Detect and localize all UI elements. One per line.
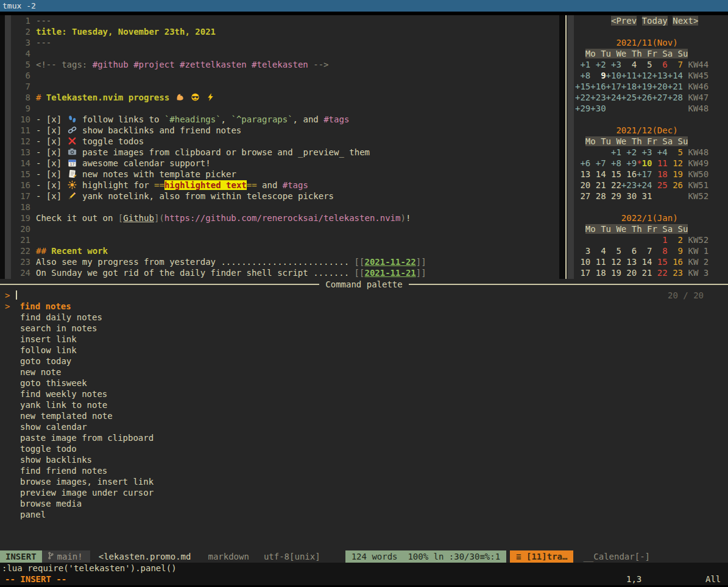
palette-item[interactable]: new note bbox=[5, 367, 154, 378]
editor-line[interactable]: 7 bbox=[11, 81, 426, 92]
palette-selected-item[interactable]: >find notes bbox=[5, 301, 154, 312]
editor-line[interactable]: 13- [x] paste images from clipboard or b… bbox=[11, 147, 426, 158]
calendar-days[interactable]: 23 bbox=[668, 268, 683, 278]
palette-item[interactable]: insert link bbox=[5, 334, 154, 345]
week-number: KW49 bbox=[683, 158, 709, 168]
editor-window[interactable]: 1---2title: Tuesday, November 23th, 2021… bbox=[11, 15, 426, 278]
palette-item[interactable]: goto thisweek bbox=[5, 378, 154, 388]
command-line-text: :lua require('telekasten').panel() bbox=[2, 563, 177, 573]
calendar-days[interactable]: 22 bbox=[652, 268, 667, 278]
calendar-window[interactable]: <Prev Today Next> 2021/11(Nov) Mo Tu We … bbox=[575, 15, 709, 278]
calendar-days[interactable]: 6 bbox=[652, 60, 667, 69]
calendar-days[interactable]: +10+11+12+13+14 bbox=[606, 71, 683, 80]
calendar-days[interactable]: 10 bbox=[642, 158, 652, 168]
line-number: 15 bbox=[11, 169, 30, 180]
editor-line[interactable]: 17- [x] yank notelink, also from within … bbox=[11, 191, 426, 202]
buffer-tab[interactable]: ≡ [11]tra… bbox=[510, 550, 573, 563]
calendar-days[interactable]: +15+16+17+18+19+20+21 bbox=[575, 82, 683, 91]
editor-line[interactable]: 10- [x] follow links to `#headings`, `^p… bbox=[11, 114, 426, 125]
calendar-days[interactable]: 2 bbox=[668, 235, 683, 245]
editor-line[interactable]: 11- [x] show backlinks and friend notes bbox=[11, 125, 426, 136]
calendar-days[interactable]: 16 bbox=[668, 257, 683, 267]
editor-line[interactable]: 23Also see my progress from yesterday ..… bbox=[11, 256, 426, 267]
line-number: 4 bbox=[11, 48, 30, 59]
palette-prompt-row[interactable]: > bbox=[5, 290, 154, 301]
editor-line[interactable]: 24On Sunday we got rid of the daily find… bbox=[11, 267, 426, 278]
calendar-days[interactable]: 9 bbox=[590, 71, 606, 80]
calendar-days[interactable]: 5 bbox=[668, 147, 683, 157]
editor-line[interactable]: 21 bbox=[11, 234, 426, 245]
editor-line[interactable]: 8# Telekasten.nvim progress bbox=[11, 92, 426, 103]
window-separator[interactable] bbox=[565, 15, 567, 279]
editor-line[interactable]: 5<!-- tags: #github #project #zettelkast… bbox=[11, 59, 426, 70]
palette-item[interactable]: goto today bbox=[5, 356, 154, 367]
palette-item[interactable]: show backlinks bbox=[5, 454, 154, 465]
calendar-days[interactable]: +17 bbox=[637, 169, 652, 179]
calendar-days[interactable]: 25 bbox=[652, 180, 667, 190]
editor-line[interactable]: 20 bbox=[11, 223, 426, 234]
editor-line[interactable]: 19Check it out on [Github](https://githu… bbox=[11, 213, 426, 223]
editor-line[interactable]: 22## Recent work bbox=[11, 245, 426, 256]
palette-item[interactable]: show calendar bbox=[5, 421, 154, 432]
editor-line[interactable]: 9 bbox=[11, 103, 426, 114]
date-wikilink[interactable]: 2021-11-21 bbox=[364, 268, 415, 278]
editor-line[interactable]: 14- [x] 17 awesome calendar support! bbox=[11, 158, 426, 169]
editor-line[interactable]: 18 bbox=[11, 202, 426, 213]
calendar-prev-button[interactable]: <Prev bbox=[611, 16, 637, 26]
terminal-screen: { "tmux_bar": {"title": "tmux -2"}, "col… bbox=[0, 0, 728, 587]
editor-line[interactable]: 4 bbox=[11, 48, 426, 59]
line-number: 21 bbox=[11, 234, 30, 245]
editor-line[interactable]: 3--- bbox=[11, 37, 426, 48]
palette-item[interactable]: find friend notes bbox=[5, 465, 154, 476]
editor-line[interactable]: 15- [x] new notes with template picker bbox=[11, 169, 426, 180]
calendar-days[interactable]: +22+23+24+25+26+27+28 bbox=[575, 93, 683, 102]
editor-line[interactable]: 2title: Tuesday, November 23th, 2021 bbox=[11, 26, 426, 37]
calendar-days[interactable]: 19 bbox=[668, 169, 683, 179]
calendar-days[interactable]: 11 bbox=[652, 158, 667, 168]
editor-line[interactable]: 16- [x] highlight for ==highlighted text… bbox=[11, 180, 426, 191]
calendar-days[interactable]: 10 11 12 13 14 bbox=[575, 257, 652, 267]
editor-line[interactable]: 1--- bbox=[11, 15, 426, 26]
editor-line[interactable]: 6 bbox=[11, 70, 426, 81]
calendar-days[interactable]: 3 4 5 6 7 bbox=[575, 246, 652, 256]
palette-item[interactable]: yank link to note bbox=[5, 399, 154, 410]
palette-item[interactable]: preview image under cursor bbox=[5, 487, 154, 498]
palette-item[interactable]: find weekly notes bbox=[5, 388, 154, 399]
calendar-days[interactable]: 15 bbox=[652, 257, 667, 267]
syntax-punct: ]] bbox=[416, 257, 426, 267]
calendar-days[interactable]: 7 bbox=[668, 60, 683, 69]
calendar-days[interactable]: +23+24 bbox=[621, 180, 652, 190]
palette-item[interactable]: find daily notes bbox=[5, 312, 154, 323]
calendar-days[interactable]: +8 bbox=[575, 71, 590, 80]
calendar-next-button[interactable]: Next> bbox=[673, 16, 698, 26]
calendar-days[interactable]: 20 21 22 bbox=[575, 180, 621, 190]
palette-item[interactable]: browse media bbox=[5, 498, 154, 509]
palette-item[interactable]: toggle todo bbox=[5, 443, 154, 454]
calendar-days[interactable]: 27 28 29 30 31 bbox=[575, 191, 652, 201]
calendar-days[interactable]: 8 bbox=[652, 246, 667, 256]
calendar-today-button[interactable]: Today bbox=[642, 16, 668, 26]
calendar-days[interactable]: 17 18 19 20 21 bbox=[575, 268, 652, 278]
calendar-days[interactable]: +1 +2 +3 +4 bbox=[606, 147, 668, 157]
calendar-days[interactable]: 4 5 bbox=[621, 60, 652, 69]
calendar-days[interactable]: 13 14 15 16 bbox=[575, 169, 637, 179]
calendar-days[interactable]: 12 bbox=[668, 158, 683, 168]
palette-item[interactable]: paste image from clipboard bbox=[5, 432, 154, 443]
calendar-days[interactable]: 9 bbox=[668, 246, 683, 256]
calendar-days[interactable]: +1 +2 +3 bbox=[575, 60, 621, 69]
week-number: KW 3 bbox=[683, 268, 709, 278]
command-line[interactable]: :lua require('telekasten').panel() bbox=[0, 563, 728, 574]
date-wikilink[interactable]: 2021-11-22 bbox=[364, 257, 415, 267]
palette-item[interactable]: panel bbox=[5, 509, 154, 520]
calendar-days[interactable]: +29+30 bbox=[575, 104, 606, 113]
palette-item[interactable]: new templated note bbox=[5, 410, 154, 421]
palette-item[interactable]: search in notes bbox=[5, 323, 154, 334]
palette-item[interactable]: browse images, insert link bbox=[5, 476, 154, 487]
calendar-days[interactable]: 18 bbox=[652, 169, 667, 179]
calendar-days[interactable]: +6 +7 +8 +9 bbox=[575, 158, 637, 168]
calendar-days[interactable]: 26 bbox=[668, 180, 683, 190]
link-text[interactable]: Github bbox=[123, 213, 154, 223]
palette-item[interactable]: follow link bbox=[5, 345, 154, 356]
editor-line[interactable]: 12- [x] toggle todos bbox=[11, 136, 426, 147]
calendar-days[interactable]: 1 bbox=[652, 235, 667, 245]
